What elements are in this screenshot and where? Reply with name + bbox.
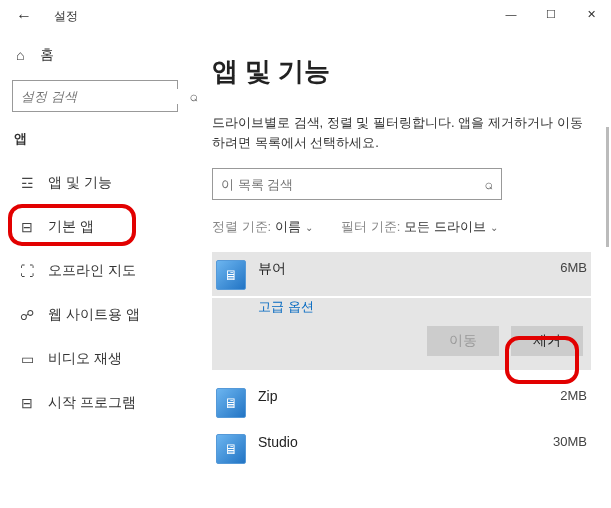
installer-icon: 🖥 — [216, 434, 246, 464]
app-row[interactable]: 🖥 Studio 30MB — [212, 426, 591, 472]
chevron-down-icon: ⌄ — [305, 222, 313, 233]
app-name: 뷰어 — [258, 260, 548, 278]
app-size: 2MB — [560, 388, 587, 403]
advanced-options-link[interactable]: 고급 옵션 — [258, 298, 591, 316]
move-button[interactable]: 이동 — [427, 326, 499, 356]
scrollbar[interactable] — [606, 127, 609, 247]
minimize-button[interactable]: — — [491, 0, 531, 28]
back-button[interactable]: ← — [12, 4, 36, 28]
filter-value: 모든 드라이브 — [404, 218, 486, 236]
category-label: 앱 — [12, 130, 178, 148]
app-name: Zip — [258, 388, 548, 404]
filter-label: 필터 기준: — [341, 218, 400, 236]
map-icon: ⛶ — [18, 263, 36, 279]
app-name: Studio — [258, 434, 541, 450]
action-row: 이동 제거 — [212, 316, 591, 370]
sidebar: ⌂ 홈 ⌕ 앱 ☲ 앱 및 기능 ⊟ 기본 앱 ⛶ 오프라인 지도 ☍ 웹 사이… — [0, 32, 190, 508]
sort-label: 정렬 기준: — [212, 218, 271, 236]
nav-website-apps[interactable]: ☍ 웹 사이트용 앱 — [12, 296, 178, 334]
settings-search-input[interactable] — [21, 89, 190, 104]
uninstall-button[interactable]: 제거 — [511, 326, 583, 356]
titlebar: ← 설정 — ☐ ✕ — [0, 0, 611, 32]
nav-startup[interactable]: ⊟ 시작 프로그램 — [12, 384, 178, 422]
nav-label: 앱 및 기능 — [48, 174, 112, 192]
chevron-down-icon: ⌄ — [490, 222, 498, 233]
window-title: 설정 — [54, 8, 78, 25]
nav-label: 기본 앱 — [48, 218, 94, 236]
link-icon: ☍ — [18, 307, 36, 323]
filter-dropdown[interactable]: 필터 기준: 모든 드라이브 ⌄ — [341, 218, 498, 236]
startup-icon: ⊟ — [18, 395, 36, 411]
sort-value: 이름 — [275, 218, 301, 236]
defaults-icon: ⊟ — [18, 219, 36, 235]
installer-icon: 🖥 — [216, 260, 246, 290]
nav-offline-maps[interactable]: ⛶ 오프라인 지도 — [12, 252, 178, 290]
app-search-input[interactable] — [221, 177, 485, 192]
nav-label: 오프라인 지도 — [48, 262, 136, 280]
app-row[interactable]: 🖥 Zip 2MB — [212, 380, 591, 426]
nav-label: 시작 프로그램 — [48, 394, 136, 412]
nav-apps-features[interactable]: ☲ 앱 및 기능 — [12, 164, 178, 202]
page-description: 드라이브별로 검색, 정렬 및 필터링합니다. 앱을 제거하거나 이동하려면 목… — [212, 113, 591, 152]
home-label: 홈 — [40, 46, 54, 64]
app-size: 30MB — [553, 434, 587, 449]
main-content: 앱 및 기능 드라이브별로 검색, 정렬 및 필터링합니다. 앱을 제거하거나 … — [190, 32, 611, 508]
sort-dropdown[interactable]: 정렬 기준: 이름 ⌄ — [212, 218, 313, 236]
app-size: 6MB — [560, 260, 587, 275]
home-link[interactable]: ⌂ 홈 — [12, 40, 178, 70]
app-row-selected[interactable]: 🖥 뷰어 6MB — [212, 252, 591, 296]
nav-label: 비디오 재생 — [48, 350, 122, 368]
page-title: 앱 및 기능 — [212, 54, 591, 89]
list-icon: ☲ — [18, 175, 36, 191]
nav-label: 웹 사이트용 앱 — [48, 306, 140, 324]
app-list: 🖥 뷰어 6MB 고급 옵션 이동 제거 🖥 Zip 2MB 🖥 Studio … — [212, 252, 591, 472]
video-icon: ▭ — [18, 351, 36, 367]
nav-video-playback[interactable]: ▭ 비디오 재생 — [12, 340, 178, 378]
settings-search[interactable]: ⌕ — [12, 80, 178, 112]
nav-default-apps[interactable]: ⊟ 기본 앱 — [12, 208, 178, 246]
maximize-button[interactable]: ☐ — [531, 0, 571, 28]
installer-icon: 🖥 — [216, 388, 246, 418]
app-search[interactable]: ⌕ — [212, 168, 502, 200]
close-button[interactable]: ✕ — [571, 0, 611, 28]
home-icon: ⌂ — [16, 47, 24, 63]
search-icon: ⌕ — [485, 176, 493, 192]
